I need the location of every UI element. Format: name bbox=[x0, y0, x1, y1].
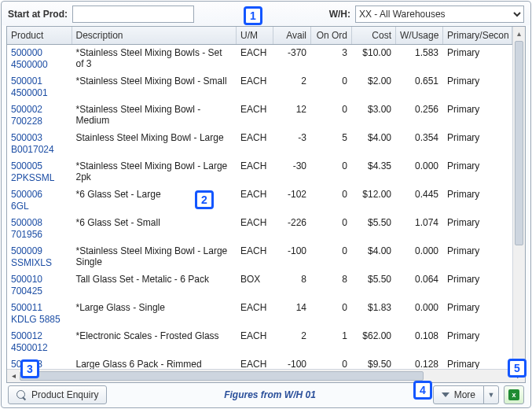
footer-bar: Product Enquiry Figures from W/H 01 More… bbox=[2, 383, 530, 407]
cell-product[interactable]: 500013HTELG6R bbox=[7, 356, 72, 369]
cell-wusage: 0.108 bbox=[396, 328, 443, 356]
cell-product[interactable]: 5000124500012 bbox=[7, 328, 72, 356]
cell-product[interactable]: 500011KDLG 5885 bbox=[7, 300, 72, 328]
cell-product[interactable]: 5000066GL bbox=[7, 186, 72, 215]
cell-avail: 14 bbox=[273, 300, 311, 328]
cell-wusage: 0.651 bbox=[396, 73, 443, 101]
cell-primsec: Primary bbox=[443, 215, 512, 243]
cell-onord: 0 bbox=[311, 186, 352, 215]
cell-wusage: 1.074 bbox=[396, 215, 443, 243]
cell-avail: 2 bbox=[273, 328, 311, 356]
product-panel: Start at Prod: W/H: XX - All Warehouses … bbox=[1, 1, 531, 408]
vertical-scrollbar[interactable]: ▴ ▾ bbox=[512, 27, 525, 369]
col-wusage[interactable]: W/Usage bbox=[396, 27, 443, 45]
start-at-prod-label: Start at Prod: bbox=[8, 9, 68, 20]
cell-primsec: Primary bbox=[443, 101, 512, 130]
cell-um: BOX bbox=[237, 271, 273, 300]
cell-avail: -100 bbox=[273, 356, 311, 369]
cell-wusage: 0.354 bbox=[396, 130, 443, 158]
col-um[interactable]: U/M bbox=[237, 27, 273, 45]
cell-product[interactable]: 5000004500000 bbox=[7, 45, 72, 74]
cell-product[interactable]: 5000014500001 bbox=[7, 73, 72, 101]
cell-product[interactable]: 5000052PKSSML bbox=[7, 158, 72, 186]
warehouse-select[interactable]: XX - All Warehouses bbox=[355, 6, 524, 23]
cell-wusage: 1.583 bbox=[396, 45, 443, 74]
cell-primsec: Primary bbox=[443, 243, 512, 271]
cell-cost: $4.00 bbox=[352, 130, 396, 158]
triangle-down-icon bbox=[442, 392, 449, 397]
start-at-prod-input[interactable] bbox=[72, 6, 194, 23]
cell-wusage: 0.256 bbox=[396, 101, 443, 130]
cell-onord: 0 bbox=[311, 356, 352, 369]
cell-um: EACH bbox=[237, 45, 273, 74]
cell-um: EACH bbox=[237, 328, 273, 356]
table-row[interactable]: 500013HTELG6RLarge Glass 6 Pack - Rimmed… bbox=[7, 356, 525, 369]
cell-description: *6 Glass Set - Small bbox=[72, 215, 237, 243]
cell-cost: $4.35 bbox=[352, 158, 396, 186]
cell-onord: 0 bbox=[311, 101, 352, 130]
cell-um: EACH bbox=[237, 73, 273, 101]
table-row[interactable]: 500003B0017024Stainless Steel Mixing Bow… bbox=[7, 130, 525, 158]
col-onord[interactable]: On Ord bbox=[311, 27, 352, 45]
cell-wusage: 0.064 bbox=[396, 271, 443, 300]
cell-primsec: Primary bbox=[443, 158, 512, 186]
cell-description: Large Glass 6 Pack - Rimmed bbox=[72, 356, 237, 369]
export-excel-button[interactable]: x bbox=[504, 385, 524, 404]
cell-cost: $5.50 bbox=[352, 215, 396, 243]
cell-description: *Stainless Steel Mixing Bowl - Large 2pk bbox=[72, 158, 237, 186]
col-cost[interactable]: Cost bbox=[352, 27, 396, 45]
table-row[interactable]: 500009SSMIXLS*Stainless Steel Mixing Bow… bbox=[7, 243, 525, 271]
table-row[interactable]: 5000066GL*6 Glass Set - LargeEACH-1020$1… bbox=[7, 186, 525, 215]
cell-wusage: 0.128 bbox=[396, 356, 443, 369]
cell-product[interactable]: 500009SSMIXLS bbox=[7, 243, 72, 271]
product-enquiry-button[interactable]: Product Enquiry bbox=[8, 385, 107, 404]
cell-avail: 12 bbox=[273, 101, 311, 130]
scroll-up-icon[interactable]: ▴ bbox=[513, 27, 525, 39]
cell-product[interactable]: 500002700228 bbox=[7, 101, 72, 130]
cell-avail: -3 bbox=[273, 130, 311, 158]
table-row[interactable]: 5000014500001*Stainless Steel Mixing Bow… bbox=[7, 73, 525, 101]
cell-product[interactable]: 500010700425 bbox=[7, 271, 72, 300]
col-description[interactable]: Description bbox=[72, 27, 237, 45]
scroll-right-icon[interactable]: ▸ bbox=[512, 370, 525, 382]
cell-primsec: Primary bbox=[443, 328, 512, 356]
cell-um: EACH bbox=[237, 101, 273, 130]
table-row[interactable]: 500011KDLG 5885*Large Glass - SingleEACH… bbox=[7, 300, 525, 328]
table-row[interactable]: 5000052PKSSML*Stainless Steel Mixing Bow… bbox=[7, 158, 525, 186]
chevron-down-icon: ▼ bbox=[488, 391, 495, 399]
product-enquiry-label: Product Enquiry bbox=[31, 389, 98, 400]
warehouse-label: W/H: bbox=[329, 9, 350, 20]
horizontal-scrollbar[interactable]: ◂ ▸ bbox=[7, 369, 525, 382]
cell-onord: 0 bbox=[311, 300, 352, 328]
more-dropdown-button[interactable]: ▼ bbox=[483, 385, 499, 404]
figures-from-label: Figures from W/H 01 bbox=[112, 389, 427, 400]
hscroll-thumb[interactable] bbox=[20, 371, 424, 381]
scroll-left-icon[interactable]: ◂ bbox=[7, 370, 20, 382]
more-button[interactable]: More bbox=[433, 385, 484, 404]
cell-avail: 2 bbox=[273, 73, 311, 101]
cell-primsec: Primary bbox=[443, 271, 512, 300]
col-primsec[interactable]: Primary/Secon bbox=[443, 27, 512, 45]
cell-onord: 0 bbox=[311, 243, 352, 271]
table-row[interactable]: 5000124500012*Electronic Scales - Froste… bbox=[7, 328, 525, 356]
col-avail[interactable]: Avail bbox=[273, 27, 311, 45]
cell-primsec: Primary bbox=[443, 45, 512, 74]
table-row[interactable]: 500002700228*Stainless Steel Mixing Bowl… bbox=[7, 101, 525, 130]
cell-um: EACH bbox=[237, 300, 273, 328]
table-row[interactable]: 500010700425Tall Glass Set - Metalic - 6… bbox=[7, 271, 525, 300]
table-row[interactable]: 500008701956*6 Glass Set - SmallEACH-226… bbox=[7, 215, 525, 243]
cell-cost: $3.00 bbox=[352, 101, 396, 130]
cell-cost: $9.50 bbox=[352, 356, 396, 369]
cell-cost: $2.00 bbox=[352, 73, 396, 101]
cell-um: EACH bbox=[237, 186, 273, 215]
cell-description: *6 Glass Set - Large bbox=[72, 186, 237, 215]
table-row[interactable]: 5000004500000*Stainless Steel Mixing Bow… bbox=[7, 45, 525, 74]
scroll-down-icon[interactable]: ▾ bbox=[513, 356, 525, 369]
cell-product[interactable]: 500008701956 bbox=[7, 215, 72, 243]
product-grid: Product Description U/M Avail On Ord Cos… bbox=[6, 26, 526, 383]
cell-um: EACH bbox=[237, 356, 273, 369]
cell-product[interactable]: 500003B0017024 bbox=[7, 130, 72, 158]
cell-cost: $1.83 bbox=[352, 300, 396, 328]
vscroll-thumb[interactable] bbox=[515, 41, 523, 245]
col-product[interactable]: Product bbox=[7, 27, 72, 45]
